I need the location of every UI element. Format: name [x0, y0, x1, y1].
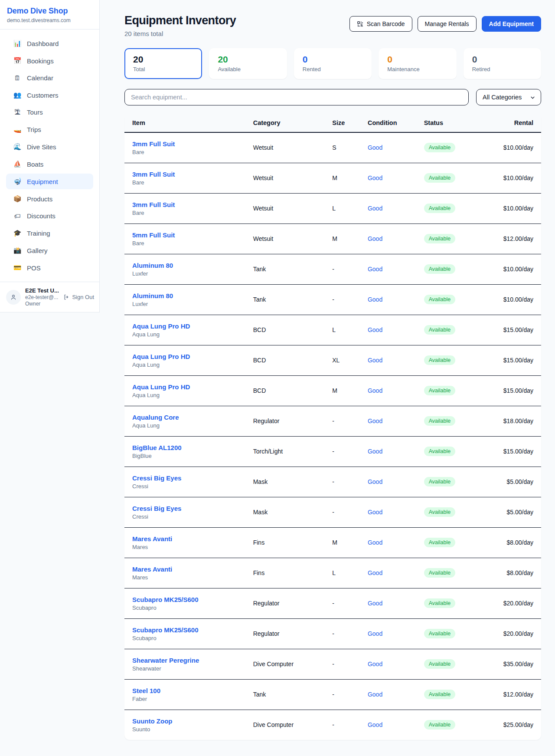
sidebar-user-footer: E2E Test U... e2e-tester@... Owner Sign …	[0, 282, 99, 312]
item-name-link[interactable]: Suunto Zoop	[132, 717, 172, 725]
condition-link[interactable]: Good	[368, 174, 382, 181]
item-name-link[interactable]: Cressi Big Eyes	[132, 474, 181, 482]
table-row: Cressi Big EyesCressiMask-GoodAvailable$…	[124, 497, 541, 527]
item-name-link[interactable]: Aqua Lung Pro HD	[132, 353, 190, 360]
sidebar-item-pos[interactable]: 💳POS	[6, 260, 93, 276]
condition-link[interactable]: Good	[368, 478, 382, 485]
condition-link[interactable]: Good	[368, 296, 382, 303]
item-category: Tank	[245, 284, 325, 315]
condition-link[interactable]: Good	[368, 539, 382, 546]
item-name-link[interactable]: 3mm Full Suit	[132, 171, 175, 178]
sidebar-nav: 📊Dashboard📅Bookings🗓Calendar👥Customers🏝T…	[0, 30, 99, 282]
item-name-link[interactable]: Shearwater Peregrine	[132, 657, 199, 664]
sidebar-item-dashboard[interactable]: 📊Dashboard	[6, 36, 93, 51]
condition-link[interactable]: Good	[368, 266, 382, 273]
item-category: BCD	[245, 345, 325, 375]
stat-card-rented[interactable]: 0Rented	[294, 48, 372, 79]
item-name-link[interactable]: Aqua Lung Pro HD	[132, 383, 190, 391]
item-rental-rate: $18.00/day	[474, 406, 541, 436]
search-input[interactable]	[124, 89, 469, 105]
item-name-link[interactable]: BigBlue AL1200	[132, 444, 182, 451]
item-name-link[interactable]: Mares Avanti	[132, 535, 172, 542]
condition-link[interactable]: Good	[368, 205, 382, 212]
user-email: e2e-tester@...	[25, 294, 59, 300]
category-select[interactable]: All Categories	[476, 89, 541, 105]
condition-link[interactable]: Good	[368, 691, 382, 698]
scan-barcode-button[interactable]: Scan Barcode	[349, 16, 412, 32]
item-brand: Cressi	[132, 513, 238, 520]
condition-link[interactable]: Good	[368, 417, 382, 424]
sidebar-item-gallery[interactable]: 📸Gallery	[6, 243, 93, 258]
manage-rentals-button[interactable]: Manage Rentals	[418, 16, 477, 32]
spiral-calendar-icon: 🗓	[13, 74, 22, 82]
sidebar-item-calendar[interactable]: 🗓Calendar	[6, 70, 93, 85]
condition-link[interactable]: Good	[368, 448, 382, 455]
calendar-date-icon: 📅	[13, 57, 22, 65]
chevron-down-icon	[530, 95, 535, 100]
item-name-link[interactable]: 3mm Full Suit	[132, 140, 175, 148]
stat-card-available[interactable]: 20Available	[209, 48, 287, 79]
sidebar: Demo Dive Shop demo.test.divestreams.com…	[0, 0, 100, 312]
table-row: Aluminum 80LuxferTank-GoodAvailable$10.0…	[124, 254, 541, 284]
item-name-link[interactable]: Steel 100	[132, 687, 160, 694]
condition-link[interactable]: Good	[368, 721, 382, 728]
table-row: Scubapro MK25/S600ScubaproRegulator-Good…	[124, 618, 541, 649]
item-name-link[interactable]: Mares Avanti	[132, 565, 172, 573]
item-brand: Shearwater	[132, 665, 238, 672]
item-category: Mask	[245, 467, 325, 497]
table-row: 5mm Full SuitBareWetsuitMGoodAvailable$1…	[124, 224, 541, 254]
sidebar-item-label: Customers	[27, 92, 59, 99]
item-name-link[interactable]: Aqualung Core	[132, 414, 179, 421]
stat-card-maintenance[interactable]: 0Maintenance	[379, 48, 456, 79]
condition-link[interactable]: Good	[368, 235, 382, 242]
item-name-link[interactable]: Cressi Big Eyes	[132, 505, 181, 512]
sidebar-item-tours[interactable]: 🏝Tours	[6, 105, 93, 120]
sidebar-item-products[interactable]: 📦Products	[6, 191, 93, 207]
condition-link[interactable]: Good	[368, 387, 382, 394]
sidebar-item-discounts[interactable]: 🏷Discounts	[6, 208, 93, 224]
sidebar-item-customers[interactable]: 👥Customers	[6, 87, 93, 103]
item-brand: Bare	[132, 149, 238, 155]
item-name-link[interactable]: 3mm Full Suit	[132, 201, 175, 208]
item-rental-rate: $15.00/day	[474, 315, 541, 345]
item-name-link[interactable]: Scubapro MK25/S600	[132, 626, 199, 634]
item-size: XL	[324, 345, 360, 375]
col-item: Item	[124, 114, 245, 132]
status-badge: Available	[424, 173, 456, 183]
item-name-link[interactable]: Scubapro MK25/S600	[132, 596, 199, 603]
sidebar-item-bookings[interactable]: 📅Bookings	[6, 53, 93, 69]
sidebar-item-dive-sites[interactable]: 🌊Dive Sites	[6, 139, 93, 154]
item-rental-rate: $15.00/day	[474, 375, 541, 406]
item-name-link[interactable]: Aluminum 80	[132, 262, 173, 269]
item-size: -	[324, 467, 360, 497]
condition-link[interactable]: Good	[368, 569, 382, 576]
sidebar-item-training[interactable]: 🎓Training	[6, 225, 93, 241]
item-category: BCD	[245, 315, 325, 345]
stat-card-total[interactable]: 20Total	[124, 48, 202, 79]
item-name-link[interactable]: Aluminum 80	[132, 292, 173, 299]
sign-out-button[interactable]: Sign Out	[63, 294, 94, 300]
sidebar-item-label: Trips	[27, 126, 41, 133]
sidebar-item-boats[interactable]: ⛵Boats	[6, 156, 93, 172]
sidebar-item-equipment[interactable]: 🤿Equipment	[6, 174, 93, 189]
condition-link[interactable]: Good	[368, 509, 382, 516]
item-rental-rate: $15.00/day	[474, 345, 541, 375]
add-equipment-button[interactable]: Add Equipment	[482, 16, 541, 32]
item-brand: BigBlue	[132, 453, 238, 459]
item-rental-rate: $5.00/day	[474, 497, 541, 527]
condition-link[interactable]: Good	[368, 357, 382, 364]
item-size: -	[324, 497, 360, 527]
condition-link[interactable]: Good	[368, 144, 382, 151]
sidebar-item-trips[interactable]: 🚤Trips	[6, 122, 93, 137]
item-name-link[interactable]: 5mm Full Suit	[132, 231, 175, 239]
item-size: S	[324, 132, 360, 163]
stat-card-retired[interactable]: 0Retired	[464, 48, 541, 79]
item-name-link[interactable]: Aqua Lung Pro HD	[132, 322, 190, 330]
condition-link[interactable]: Good	[368, 630, 382, 637]
item-category: Regulator	[245, 406, 325, 436]
condition-link[interactable]: Good	[368, 600, 382, 607]
page-title: Equipment Inventory	[124, 14, 236, 27]
condition-link[interactable]: Good	[368, 326, 382, 333]
condition-link[interactable]: Good	[368, 661, 382, 667]
table-row: Aqualung CoreAqua LungRegulator-GoodAvai…	[124, 406, 541, 436]
